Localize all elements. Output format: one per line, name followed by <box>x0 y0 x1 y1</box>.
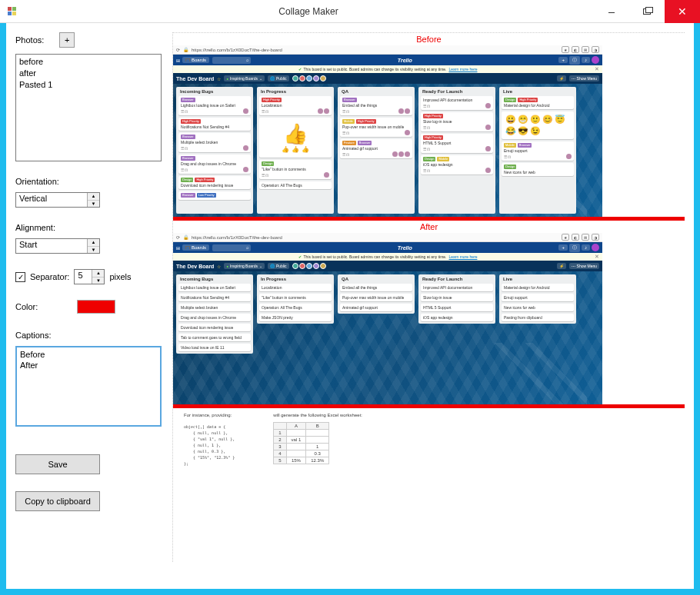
card: New icons for web <box>502 304 574 311</box>
list: QAEmbed all the thingsPop-over max width… <box>338 274 415 314</box>
orientation-spinner[interactable]: ▲▼ <box>87 193 99 207</box>
list: LiveMaterial design for AndroidEmoji sup… <box>499 274 576 324</box>
after-image: ⟳ 🔒 https://trello.com/b/1zX0DocT/the-de… <box>173 233 602 404</box>
card: Slow log-in issue <box>421 294 493 301</box>
card: Pop-over max width issue on mobile <box>340 294 412 301</box>
card: Emoji support <box>502 294 574 301</box>
separator-checkbox[interactable]: ✓ <box>15 272 25 282</box>
copy-to-clipboard-button[interactable]: Copy to clipboard <box>15 491 100 511</box>
card: 👍👍👍👍 <box>259 118 332 158</box>
card: Pasting from clipboard <box>502 314 574 321</box>
list-item[interactable]: before <box>19 56 158 68</box>
board-canvas: Incoming BugsBrowserLightbox loading iss… <box>173 84 602 217</box>
card: Tab to comment goes to wrong field <box>178 334 251 341</box>
card: iOS app redesign <box>421 314 493 321</box>
alignment-label: Alignment: <box>15 223 162 232</box>
restore-button[interactable] <box>629 0 665 23</box>
card: High PrioritySlow log-in issue☰ ⊡ <box>421 112 493 131</box>
card: Improved API documentation☰ ⊡ <box>421 96 493 110</box>
trello-logo: Trello <box>251 58 558 63</box>
public-notice: ✔ This board is set to public. Board adm… <box>173 253 602 261</box>
trello-topbar: ⊞ Boards ⌕ Trello + ⓘ ♪ <box>173 242 602 253</box>
card: BrowserDrag and drop issues in Chrome☰ ⊡ <box>178 155 251 174</box>
list: Incoming BugsBrowserLightbox loading iss… <box>176 87 253 214</box>
card: High PriorityHTML 5 Support☰ ⊡ <box>421 134 493 153</box>
close-button[interactable]: ✕ <box>665 0 700 23</box>
member-avatars <box>292 263 326 269</box>
url-text: https://trello.com/b/1zX0DocT/the-dev-bo… <box>192 48 282 52</box>
separator-spinner[interactable]: ▲▼ <box>92 270 104 284</box>
captions-textarea[interactable]: BeforeAfter <box>15 346 162 427</box>
bell-icon: ♪ <box>582 57 590 63</box>
alignment-value: Start <box>16 239 87 253</box>
info-icon: ⓘ <box>569 56 580 65</box>
lock-icon: 🔒 <box>183 234 188 240</box>
alignment-combo[interactable]: Start ▲▼ <box>15 238 100 254</box>
caption-after: After <box>173 221 685 233</box>
boards-button: Boards <box>182 57 209 63</box>
list-item[interactable]: after <box>19 68 158 79</box>
client-area: Photos: + beforeafterPasted 1 Orientatio… <box>6 23 694 589</box>
plus-icon: + <box>558 57 568 63</box>
info-icon: ⓘ <box>569 244 580 252</box>
card: MobileBrowserEmoji support☰ ⊡ <box>502 141 574 161</box>
star-icon: ☆ <box>217 264 221 269</box>
add-photo-button[interactable]: + <box>59 32 75 48</box>
butler-chip: ⚡ <box>557 263 566 269</box>
preview-panel: Before ⟳ 🔒 https://trello.com/b/1zX0DocT… <box>172 32 685 580</box>
pasted-image: For instance, providing: object[,] data … <box>173 408 602 562</box>
save-button[interactable]: Save <box>15 454 100 474</box>
settings-panel: Photos: + beforeafterPasted 1 Orientatio… <box>15 32 162 580</box>
alignment-spinner[interactable]: ▲▼ <box>87 239 99 253</box>
board-canvas: Incoming BugsLightbox loading issue on S… <box>173 271 602 404</box>
minimize-button[interactable] <box>594 0 629 23</box>
close-icon: ✕ <box>595 254 599 260</box>
lock-icon: 🔒 <box>183 47 188 52</box>
captions-label: Captions: <box>15 331 162 340</box>
code-block: object[,] data = { { null, null }, { "va… <box>184 424 235 467</box>
card: BrowserMultiple select broken☰ ⊡ <box>178 133 251 152</box>
color-swatch[interactable] <box>77 300 115 314</box>
separator-value-input[interactable]: 5 ▲▼ <box>74 269 105 284</box>
separator-label: Separator: <box>30 272 69 281</box>
excel-intro: will generate the following Excel worksh… <box>273 413 362 417</box>
butler-chip: ⚡ <box>557 75 566 81</box>
avatar <box>592 56 599 64</box>
list: LiveDesignHigh PriorityMaterial design f… <box>499 87 576 214</box>
card: DesignNew icons for web <box>502 163 574 176</box>
show-menu-button: ⋯Show Menu <box>569 75 599 81</box>
search-input: ⌕ <box>212 244 251 251</box>
card: Material design for Android <box>502 284 574 291</box>
caption-before: Before <box>173 33 685 45</box>
card: BrowserEmbed all the things☰ ⊡ <box>340 96 412 115</box>
list-item[interactable]: Pasted 1 <box>19 79 158 91</box>
app-icon <box>0 7 23 15</box>
list: Ready For LaunchImproved API documentati… <box>418 87 495 214</box>
show-menu-button: ⋯Show Menu <box>569 263 599 269</box>
card: Design"Like" button in comments☰ ⊡ <box>259 160 332 179</box>
plus-icon: + <box>558 244 568 251</box>
url-text: https://trello.com/b/1zX0DocT/the-dev-bo… <box>192 235 282 240</box>
card: Multiple select broken <box>178 304 251 311</box>
titlebar: Collage Maker ✕ <box>0 0 700 23</box>
orientation-combo[interactable]: Vertical ▲▼ <box>15 192 100 208</box>
collage-preview: Before ⟳ 🔒 https://trello.com/b/1zX0DocT… <box>172 32 685 562</box>
card: MobileHigh PriorityPop-over max width is… <box>340 118 412 137</box>
public-notice: ✔ This board is set to public. Board adm… <box>173 65 602 73</box>
card: Embed all the things <box>340 284 412 291</box>
card: "Like" button in comments <box>259 294 332 301</box>
card: BrowserLightbox loading issue on Safari☰… <box>178 96 251 115</box>
separator-value: 5 <box>75 270 92 284</box>
refresh-icon: ⟳ <box>176 234 180 240</box>
photos-listbox[interactable]: beforeafterPasted 1 <box>15 54 162 161</box>
avatar <box>592 244 599 251</box>
card: 😀😁🙂😊😇😂😎😉 <box>502 111 574 139</box>
star-icon: ☆ <box>217 76 221 81</box>
card: Drag and drop issues in Chrome <box>178 314 251 321</box>
list: In ProgressHigh PriorityLocalization☰ ⊡👍… <box>257 87 334 214</box>
list: Incoming BugsLightbox loading issue on S… <box>176 274 253 354</box>
bell-icon: ♪ <box>582 244 590 251</box>
apps-icon: ⊞ <box>176 58 180 63</box>
card: HTML 5 Support <box>421 304 493 311</box>
card: Localization <box>259 284 332 291</box>
